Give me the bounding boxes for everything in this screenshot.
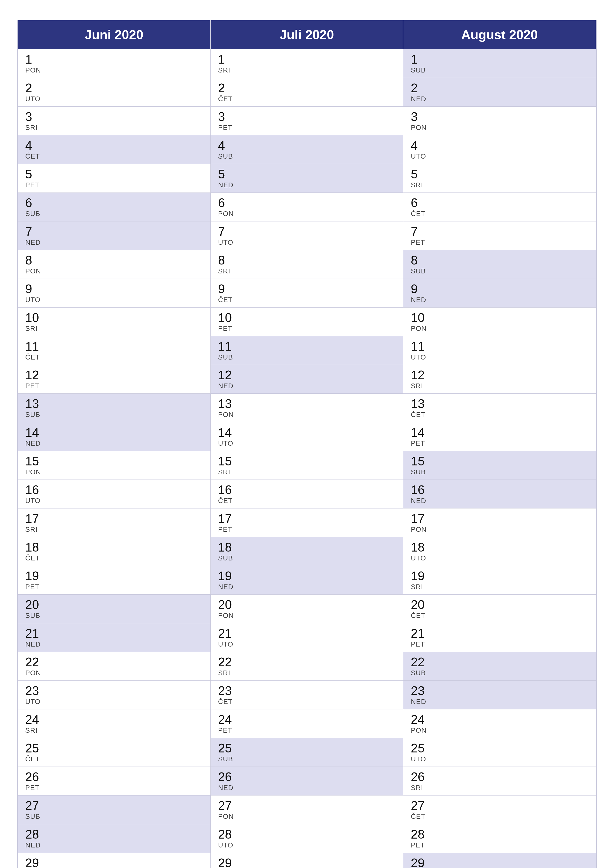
day-number: 4 (411, 139, 591, 152)
day-number: 1 (411, 53, 591, 66)
day-name: PON (411, 525, 591, 533)
day-name: UTO (218, 239, 398, 246)
day-name: PON (218, 210, 398, 218)
day-cell: 18ČET (18, 537, 211, 566)
day-cell: 21PET (403, 623, 596, 652)
day-number: 14 (411, 426, 591, 439)
day-name: PET (25, 181, 205, 189)
day-cell: 12NED (211, 365, 404, 394)
day-number: 25 (218, 742, 398, 755)
day-number: 11 (218, 340, 398, 353)
day-name: PET (218, 124, 398, 132)
day-number: 27 (25, 799, 205, 812)
day-cell: 19NED (211, 566, 404, 594)
day-cell: 4UTO (403, 135, 596, 164)
day-number: 12 (218, 369, 398, 382)
day-cell: 20ČET (403, 594, 596, 623)
day-cell: 11ČET (18, 336, 211, 365)
day-name: ČET (25, 755, 205, 763)
day-number: 6 (218, 196, 398, 210)
day-number: 20 (218, 598, 398, 612)
day-cell: 28UTO (211, 824, 404, 852)
day-name: ČET (25, 152, 205, 160)
day-number: 7 (218, 225, 398, 239)
day-cell: 9NED (403, 279, 596, 307)
day-number: 23 (218, 684, 398, 698)
day-name: NED (218, 382, 398, 390)
day-name: PET (25, 784, 205, 792)
day-cell: 20SUB (18, 594, 211, 623)
day-name: NED (411, 497, 591, 505)
day-name: PON (218, 411, 398, 418)
day-number: 6 (25, 196, 205, 210)
day-cell: 15PON (18, 451, 211, 479)
day-number: 17 (25, 512, 205, 525)
day-cell: 25ČET (18, 738, 211, 767)
day-cell: 12PET (18, 365, 211, 394)
day-name: UTO (218, 841, 398, 849)
day-cell: 28PET (403, 824, 596, 852)
day-number: 9 (218, 282, 398, 296)
day-cell: 4ČET (18, 135, 211, 164)
day-cell: 25SUB (211, 738, 404, 767)
day-number: 25 (411, 742, 591, 755)
day-number: 23 (411, 684, 591, 698)
day-name: PET (411, 239, 591, 246)
day-name: ČET (411, 411, 591, 418)
day-number: 20 (25, 598, 205, 612)
day-number: 3 (218, 110, 398, 124)
day-cell: 27SUB (18, 795, 211, 824)
day-cell: 27PON (211, 795, 404, 824)
day-name: NED (25, 439, 205, 447)
day-number: 14 (25, 426, 205, 439)
day-cell: 11UTO (403, 336, 596, 365)
day-cell: 14NED (18, 422, 211, 451)
day-name: SRI (218, 468, 398, 476)
day-cell: 3PON (403, 106, 596, 135)
day-cell: 3PET (211, 106, 404, 135)
day-number: 24 (25, 713, 205, 727)
day-name: ČET (411, 210, 591, 218)
day-cell: 7NED (18, 221, 211, 250)
day-cell: 23ČET (211, 680, 404, 709)
day-number: 23 (25, 684, 205, 698)
day-number: 21 (411, 627, 591, 640)
day-cell: 27ČET (403, 795, 596, 824)
day-name: UTO (218, 439, 398, 447)
day-name: SUB (25, 411, 205, 418)
calendar-grid: Juni 2020Juli 2020August 20201PON1SRI1SU… (17, 20, 597, 868)
day-cell: 24PET (211, 709, 404, 738)
day-cell: 6ČET (403, 192, 596, 221)
day-number: 2 (411, 81, 591, 95)
day-number: 3 (411, 110, 591, 124)
day-number: 12 (411, 369, 591, 382)
day-name: NED (25, 239, 205, 246)
day-number: 29 (25, 856, 205, 868)
day-name: PET (411, 841, 591, 849)
day-name: ČET (218, 95, 398, 103)
day-cell: 17PET (211, 508, 404, 537)
day-name: NED (411, 296, 591, 304)
day-cell: 19SRI (403, 566, 596, 594)
day-name: PON (411, 325, 591, 333)
day-number: 26 (25, 770, 205, 784)
day-name: SRI (218, 669, 398, 677)
day-cell: 26SRI (403, 767, 596, 795)
day-cell: 22SRI (211, 652, 404, 680)
day-number: 20 (411, 598, 591, 612)
day-name: UTO (25, 95, 205, 103)
day-number: 16 (25, 483, 205, 497)
day-number: 29 (411, 856, 591, 868)
day-number: 5 (411, 167, 591, 181)
day-cell: 1SRI (211, 49, 404, 78)
day-number: 10 (25, 311, 205, 325)
day-cell: 29SUB (403, 852, 596, 868)
day-number: 11 (25, 340, 205, 353)
day-name: ČET (218, 698, 398, 706)
day-cell: 6SUB (18, 192, 211, 221)
day-number: 15 (218, 454, 398, 468)
day-cell: 15SUB (403, 451, 596, 479)
day-cell: 1SUB (403, 49, 596, 78)
day-name: PET (411, 640, 591, 648)
day-number: 1 (25, 53, 205, 66)
